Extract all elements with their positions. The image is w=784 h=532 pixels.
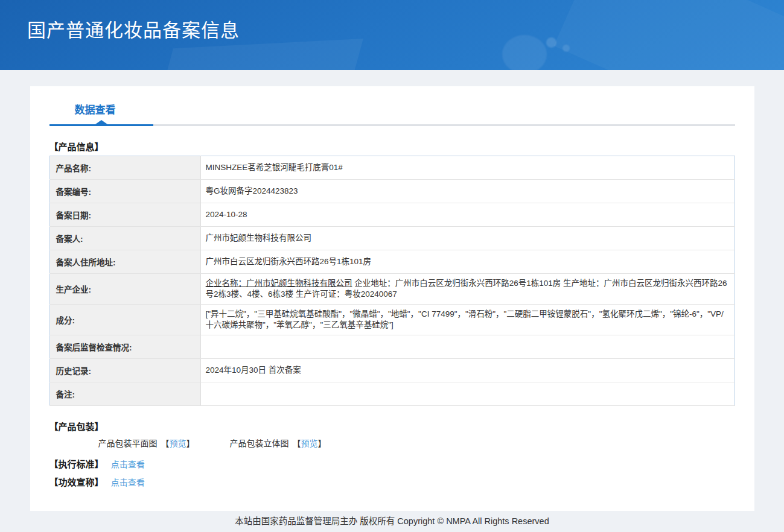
claims-section-title: 【功效宣称】 <box>49 477 104 487</box>
table-row: 备案编号:粤G妆网备字2024423823 <box>49 180 735 203</box>
standard-section-title: 【执行标准】 <box>49 459 104 469</box>
row-label: 备案日期: <box>49 203 200 227</box>
tab-active-indicator <box>49 124 153 126</box>
table-row: 历史记录:2024年10月30日 首次备案 <box>49 359 735 382</box>
row-value: 2024-10-28 <box>200 203 735 227</box>
table-row: 产品名称:MINSHZEE茗希芝银河睫毛打底膏01# <box>49 156 735 180</box>
page-title: 国产普通化妆品备案信息 <box>0 0 784 42</box>
row-value: 2024年10月30日 首次备案 <box>200 359 735 382</box>
packaging-line: 产品包装平面图【预览】产品包装立体图【预览】 <box>49 439 735 448</box>
standard-view-link[interactable]: 点击查看 <box>111 460 145 469</box>
bracket-close: 】 <box>186 439 195 448</box>
packaging-item-label: 产品包装平面图 <box>98 439 158 448</box>
page-footer: 本站由国家药品监督管理局主办 版权所有 Copyright © NMPA All… <box>0 511 784 532</box>
table-row: 备案日期:2024-10-28 <box>49 203 735 227</box>
row-value <box>200 382 735 406</box>
table-row: 备案人住所地址:广州市白云区龙归街永兴西环路26号1栋101房 <box>49 250 735 274</box>
row-value: 企业名称：广州市妃颜生物科技有限公司 企业地址：广州市白云区龙归街永兴西环路26… <box>200 274 735 305</box>
row-label: 产品名称: <box>49 156 200 180</box>
page-header: 国产普通化妆品备案信息 <box>0 0 784 70</box>
table-row: 备案人:广州市妃颜生物科技有限公司 <box>49 227 735 250</box>
tab-arrow-icon <box>95 120 107 124</box>
row-label: 备案人: <box>49 227 200 250</box>
standard-line: 【执行标准】 点击查看 <box>49 460 735 469</box>
table-row: 生产企业:企业名称：广州市妃颜生物科技有限公司 企业地址：广州市白云区龙归街永兴… <box>49 274 735 305</box>
footer-copyright-text: 本站由国家药品监督管理局主办 版权所有 Copyright © NMPA All… <box>235 516 549 526</box>
packaging-item-label: 产品包装立体图 <box>230 439 289 448</box>
packaging-preview-link[interactable]: 预览 <box>170 439 186 448</box>
row-value: 广州市妃颜生物科技有限公司 <box>200 227 735 250</box>
table-row: 备注: <box>49 382 735 406</box>
packaging-item: 产品包装平面图【预览】 <box>98 439 195 448</box>
row-label: 备注: <box>49 382 200 406</box>
tab-underline <box>49 124 735 126</box>
table-row: 备案后监督检查情况: <box>49 335 735 359</box>
bracket-open: 【 <box>293 439 301 448</box>
claims-line: 【功效宣称】 点击查看 <box>49 478 735 487</box>
table-row: 成分:["异十二烷"，"三甲基硅烷氧基硅酸酯"，"微晶蜡"，"地蜡"，"CI 7… <box>49 305 735 335</box>
claims-view-link[interactable]: 点击查看 <box>111 478 145 487</box>
manufacturer-name-link[interactable]: 企业名称：广州市妃颜生物科技有限公司 <box>206 279 352 288</box>
row-value: ["异十二烷"，"三甲基硅烷氧基硅酸酯"，"微晶蜡"，"地蜡"，"CI 7749… <box>200 305 735 335</box>
packaging-preview-link[interactable]: 预览 <box>301 439 318 448</box>
banner-decoration-polygon <box>162 39 363 70</box>
tab-bar: 数据查看 <box>49 104 735 126</box>
product-info-table: 产品名称:MINSHZEE茗希芝银河睫毛打底膏01#备案编号:粤G妆网备字202… <box>49 156 735 406</box>
bracket-close: 】 <box>318 439 327 448</box>
bracket-open: 【 <box>161 439 170 448</box>
row-value: 粤G妆网备字2024423823 <box>200 180 735 203</box>
row-label: 备案编号: <box>49 180 200 203</box>
row-value: MINSHZEE茗希芝银河睫毛打底膏01# <box>200 156 735 180</box>
row-value: 广州市白云区龙归街永兴西环路26号1栋101房 <box>200 250 735 274</box>
row-label: 生产企业: <box>49 274 200 305</box>
row-label: 成分: <box>49 305 200 335</box>
row-label: 备案后监督检查情况: <box>49 335 200 359</box>
product-info-table-body: 产品名称:MINSHZEE茗希芝银河睫毛打底膏01#备案编号:粤G妆网备字202… <box>49 156 735 406</box>
tab-data-view[interactable]: 数据查看 <box>75 104 116 116</box>
packaging-item: 产品包装立体图【预览】 <box>230 439 327 448</box>
row-value <box>200 335 735 359</box>
row-label: 备案人住所地址: <box>49 250 200 274</box>
row-label: 历史记录: <box>49 359 200 382</box>
product-info-section-title: 【产品信息】 <box>49 142 735 151</box>
packaging-section-title: 【产品包装】 <box>49 422 735 431</box>
banner-decoration-circle <box>563 45 570 52</box>
content-card: 数据查看 【产品信息】 产品名称:MINSHZEE茗希芝银河睫毛打底膏01#备案… <box>30 86 754 511</box>
